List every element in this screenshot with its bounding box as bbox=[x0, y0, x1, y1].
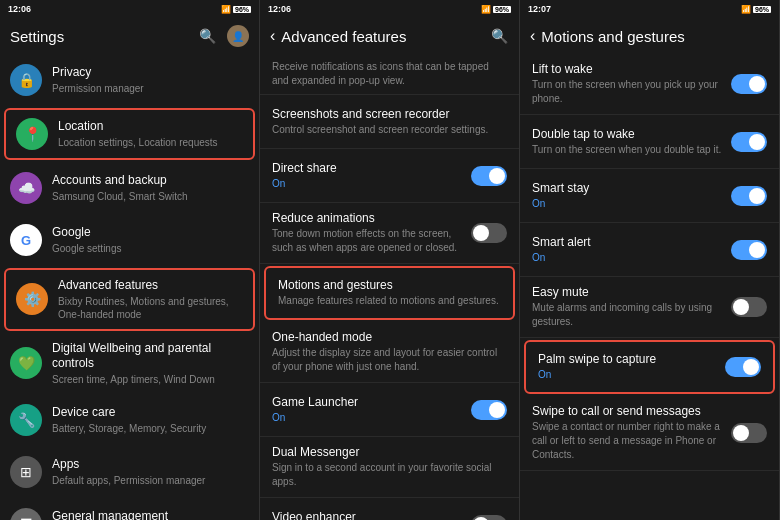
smartstay-title: Smart stay bbox=[532, 181, 731, 195]
gamelauncher-item[interactable]: Game Launcher On bbox=[260, 383, 519, 437]
settings-title: Settings bbox=[10, 28, 197, 45]
settings-item-accounts[interactable]: ☁️ Accounts and backup Samsung Cloud, Sm… bbox=[0, 162, 259, 214]
settings-item-digital[interactable]: 💚 Digital Wellbeing and parental control… bbox=[0, 333, 259, 394]
privacy-title: Privacy bbox=[52, 65, 249, 81]
device-icon: 🔧 bbox=[10, 404, 42, 436]
doubletap-toggle[interactable] bbox=[731, 132, 767, 152]
advanced-subtitle: Bixby Routines, Motions and gestures, On… bbox=[58, 295, 243, 321]
device-subtitle: Battery, Storage, Memory, Security bbox=[52, 422, 249, 435]
doubletap-item[interactable]: Double tap to wake Turn on the screen wh… bbox=[520, 115, 779, 169]
apps-icon: ⊞ bbox=[10, 456, 42, 488]
digital-icon: 💚 bbox=[10, 347, 42, 379]
directshare-desc: On bbox=[272, 177, 471, 191]
motions-item[interactable]: Motions and gestures Manage features rel… bbox=[264, 266, 515, 320]
signal-icon: 📶 bbox=[221, 5, 231, 14]
privacy-icon: 🔒 bbox=[10, 64, 42, 96]
palmswipe-title: Palm swipe to capture bbox=[538, 352, 725, 366]
settings-panel: 12:06 📶 96% Settings 🔍 👤 🔒 Privacy Permi… bbox=[0, 0, 260, 520]
digital-subtitle: Screen time, App timers, Wind Down bbox=[52, 373, 249, 386]
google-title: Google bbox=[52, 225, 249, 241]
search-button-2[interactable]: 🔍 bbox=[489, 26, 509, 46]
location-title: Location bbox=[58, 119, 243, 135]
google-subtitle: Google settings bbox=[52, 242, 249, 255]
accounts-subtitle: Samsung Cloud, Smart Switch bbox=[52, 190, 249, 203]
status-icons-1: 📶 96% bbox=[221, 5, 251, 14]
general-title: General management bbox=[52, 509, 249, 520]
directshare-item[interactable]: Direct share On bbox=[260, 149, 519, 203]
apps-subtitle: Default apps, Permission manager bbox=[52, 474, 249, 487]
animations-item[interactable]: Reduce animations Tone down motion effec… bbox=[260, 203, 519, 264]
device-title: Device care bbox=[52, 405, 249, 421]
onehanded-desc: Adjust the display size and layout for e… bbox=[272, 346, 507, 374]
advanced-title: Advanced features bbox=[58, 278, 243, 294]
advanced-icon: ⚙️ bbox=[16, 283, 48, 315]
smartstay-desc: On bbox=[532, 197, 731, 211]
swipecall-desc: Swipe a contact or number right to make … bbox=[532, 420, 731, 462]
motions-title: Motions and gestures bbox=[278, 278, 501, 292]
easymute-desc: Mute alarms and incoming calls by using … bbox=[532, 301, 731, 329]
video-title: Video enhancer bbox=[272, 510, 471, 521]
settings-header: Settings 🔍 👤 bbox=[0, 18, 259, 54]
dualmessenger-title: Dual Messenger bbox=[272, 445, 507, 459]
gamelauncher-toggle[interactable] bbox=[471, 400, 507, 420]
status-icons-3: 📶 96% bbox=[741, 5, 771, 14]
animations-title: Reduce animations bbox=[272, 211, 471, 225]
animations-toggle[interactable] bbox=[471, 223, 507, 243]
onehanded-item[interactable]: One-handed mode Adjust the display size … bbox=[260, 322, 519, 383]
accounts-title: Accounts and backup bbox=[52, 173, 249, 189]
status-bar-3: 12:07 📶 96% bbox=[520, 0, 779, 18]
location-subtitle: Location settings, Location requests bbox=[58, 136, 243, 149]
advanced-title-header: Advanced features bbox=[281, 28, 489, 45]
smartstay-toggle[interactable] bbox=[731, 186, 767, 206]
settings-item-advanced[interactable]: ⚙️ Advanced features Bixby Routines, Mot… bbox=[4, 268, 255, 331]
privacy-subtitle: Permission manager bbox=[52, 82, 249, 95]
back-button-2[interactable]: ‹ bbox=[270, 27, 275, 45]
video-toggle[interactable] bbox=[471, 515, 507, 521]
battery-3: 96% bbox=[753, 6, 771, 13]
lifttowake-desc: Turn on the screen when you pick up your… bbox=[532, 78, 731, 106]
motions-desc: Manage features related to motions and g… bbox=[278, 294, 501, 308]
directshare-toggle[interactable] bbox=[471, 166, 507, 186]
google-icon: G bbox=[10, 224, 42, 256]
status-icons-2: 📶 96% bbox=[481, 5, 511, 14]
time-1: 12:06 bbox=[8, 4, 31, 14]
smartalert-title: Smart alert bbox=[532, 235, 731, 249]
dualmessenger-desc: Sign in to a second account in your favo… bbox=[272, 461, 507, 489]
search-button[interactable]: 🔍 bbox=[197, 26, 217, 46]
status-bar-1: 12:06 📶 96% bbox=[0, 0, 259, 18]
settings-item-google[interactable]: G Google Google settings bbox=[0, 214, 259, 266]
apps-title: Apps bbox=[52, 457, 249, 473]
swipecall-item[interactable]: Swipe to call or send messages Swipe a c… bbox=[520, 396, 779, 471]
advanced-header: ‹ Advanced features 🔍 bbox=[260, 18, 519, 54]
settings-item-apps[interactable]: ⊞ Apps Default apps, Permission manager bbox=[0, 446, 259, 498]
dualmessenger-item[interactable]: Dual Messenger Sign in to a second accou… bbox=[260, 437, 519, 498]
settings-list: 🔒 Privacy Permission manager 📍 Location … bbox=[0, 54, 259, 520]
palmswipe-desc: On bbox=[538, 368, 725, 382]
easymute-toggle[interactable] bbox=[731, 297, 767, 317]
motions-list: Lift to wake Turn on the screen when you… bbox=[520, 54, 779, 520]
screenshots-item[interactable]: Screenshots and screen recorder Control … bbox=[260, 95, 519, 149]
video-item[interactable]: Video enhancer Enhance the image quality… bbox=[260, 498, 519, 520]
settings-item-device[interactable]: 🔧 Device care Battery, Storage, Memory, … bbox=[0, 394, 259, 446]
smartalert-desc: On bbox=[532, 251, 731, 265]
smartstay-item[interactable]: Smart stay On bbox=[520, 169, 779, 223]
settings-item-privacy[interactable]: 🔒 Privacy Permission manager bbox=[0, 54, 259, 106]
advanced-list: Receive notifications as icons that can … bbox=[260, 54, 519, 520]
settings-item-general[interactable]: ☰ General management Language and input,… bbox=[0, 498, 259, 520]
lifttowake-item[interactable]: Lift to wake Turn on the screen when you… bbox=[520, 54, 779, 115]
settings-item-location[interactable]: 📍 Location Location settings, Location r… bbox=[4, 108, 255, 160]
smartalert-toggle[interactable] bbox=[731, 240, 767, 260]
easymute-item[interactable]: Easy mute Mute alarms and incoming calls… bbox=[520, 277, 779, 338]
smartalert-item[interactable]: Smart alert On bbox=[520, 223, 779, 277]
time-2: 12:06 bbox=[268, 4, 291, 14]
swipecall-toggle[interactable] bbox=[731, 423, 767, 443]
back-button-3[interactable]: ‹ bbox=[530, 27, 535, 45]
status-bar-2: 12:06 📶 96% bbox=[260, 0, 519, 18]
easymute-title: Easy mute bbox=[532, 285, 731, 299]
palmswipe-toggle[interactable] bbox=[725, 357, 761, 377]
onehanded-title: One-handed mode bbox=[272, 330, 507, 344]
palmswipe-item[interactable]: Palm swipe to capture On bbox=[524, 340, 775, 394]
lifttowake-toggle[interactable] bbox=[731, 74, 767, 94]
avatar[interactable]: 👤 bbox=[227, 25, 249, 47]
lifttowake-title: Lift to wake bbox=[532, 62, 731, 76]
